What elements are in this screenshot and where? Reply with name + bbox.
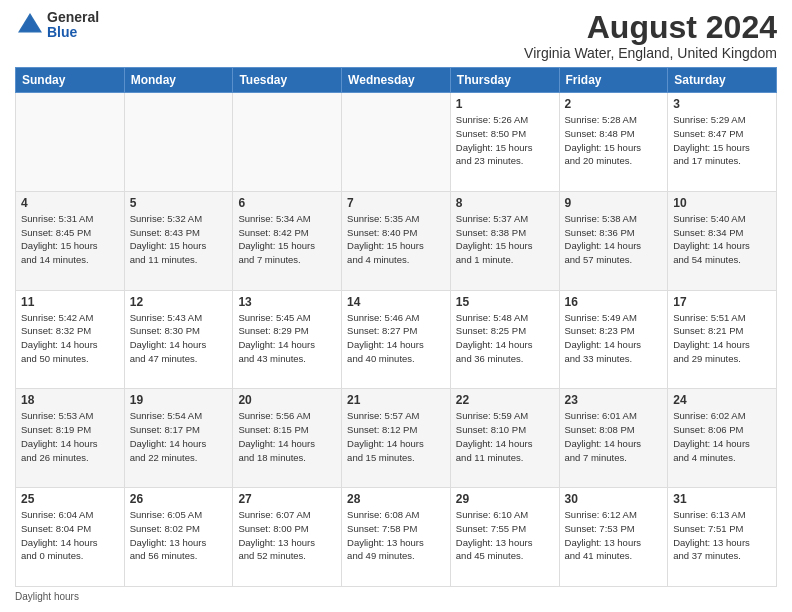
calendar-cell: 19Sunrise: 5:54 AM Sunset: 8:17 PM Dayli… (124, 389, 233, 488)
logo-general: General (47, 10, 99, 25)
title-area: August 2024 Virginia Water, England, Uni… (524, 10, 777, 61)
day-number: 6 (238, 196, 336, 210)
calendar-week-3: 11Sunrise: 5:42 AM Sunset: 8:32 PM Dayli… (16, 290, 777, 389)
day-info: Sunrise: 5:31 AM Sunset: 8:45 PM Dayligh… (21, 212, 119, 267)
page: General Blue August 2024 Virginia Water,… (0, 0, 792, 612)
calendar-week-4: 18Sunrise: 5:53 AM Sunset: 8:19 PM Dayli… (16, 389, 777, 488)
day-info: Sunrise: 5:43 AM Sunset: 8:30 PM Dayligh… (130, 311, 228, 366)
day-number: 13 (238, 295, 336, 309)
calendar-cell: 22Sunrise: 5:59 AM Sunset: 8:10 PM Dayli… (450, 389, 559, 488)
col-header-sunday: Sunday (16, 68, 125, 93)
day-number: 18 (21, 393, 119, 407)
calendar-cell: 16Sunrise: 5:49 AM Sunset: 8:23 PM Dayli… (559, 290, 668, 389)
day-info: Sunrise: 5:29 AM Sunset: 8:47 PM Dayligh… (673, 113, 771, 168)
day-info: Sunrise: 5:26 AM Sunset: 8:50 PM Dayligh… (456, 113, 554, 168)
day-info: Sunrise: 5:57 AM Sunset: 8:12 PM Dayligh… (347, 409, 445, 464)
logo: General Blue (15, 10, 99, 41)
day-info: Sunrise: 5:35 AM Sunset: 8:40 PM Dayligh… (347, 212, 445, 267)
calendar-cell: 13Sunrise: 5:45 AM Sunset: 8:29 PM Dayli… (233, 290, 342, 389)
day-number: 24 (673, 393, 771, 407)
day-info: Sunrise: 5:51 AM Sunset: 8:21 PM Dayligh… (673, 311, 771, 366)
calendar-cell: 18Sunrise: 5:53 AM Sunset: 8:19 PM Dayli… (16, 389, 125, 488)
day-number: 12 (130, 295, 228, 309)
calendar-cell: 17Sunrise: 5:51 AM Sunset: 8:21 PM Dayli… (668, 290, 777, 389)
day-info: Sunrise: 5:45 AM Sunset: 8:29 PM Dayligh… (238, 311, 336, 366)
calendar-cell: 27Sunrise: 6:07 AM Sunset: 8:00 PM Dayli… (233, 488, 342, 587)
day-info: Sunrise: 5:42 AM Sunset: 8:32 PM Dayligh… (21, 311, 119, 366)
calendar-header-row: SundayMondayTuesdayWednesdayThursdayFrid… (16, 68, 777, 93)
day-number: 20 (238, 393, 336, 407)
calendar-cell: 28Sunrise: 6:08 AM Sunset: 7:58 PM Dayli… (342, 488, 451, 587)
day-info: Sunrise: 5:40 AM Sunset: 8:34 PM Dayligh… (673, 212, 771, 267)
header: General Blue August 2024 Virginia Water,… (15, 10, 777, 61)
day-number: 27 (238, 492, 336, 506)
calendar-week-5: 25Sunrise: 6:04 AM Sunset: 8:04 PM Dayli… (16, 488, 777, 587)
calendar-cell: 9Sunrise: 5:38 AM Sunset: 8:36 PM Daylig… (559, 191, 668, 290)
calendar-cell: 1Sunrise: 5:26 AM Sunset: 8:50 PM Daylig… (450, 93, 559, 192)
day-info: Sunrise: 6:02 AM Sunset: 8:06 PM Dayligh… (673, 409, 771, 464)
day-info: Sunrise: 5:53 AM Sunset: 8:19 PM Dayligh… (21, 409, 119, 464)
calendar-cell: 6Sunrise: 5:34 AM Sunset: 8:42 PM Daylig… (233, 191, 342, 290)
day-number: 11 (21, 295, 119, 309)
day-number: 10 (673, 196, 771, 210)
day-number: 26 (130, 492, 228, 506)
calendar-cell: 25Sunrise: 6:04 AM Sunset: 8:04 PM Dayli… (16, 488, 125, 587)
day-number: 7 (347, 196, 445, 210)
day-info: Sunrise: 5:49 AM Sunset: 8:23 PM Dayligh… (565, 311, 663, 366)
location: Virginia Water, England, United Kingdom (524, 45, 777, 61)
col-header-monday: Monday (124, 68, 233, 93)
day-info: Sunrise: 6:10 AM Sunset: 7:55 PM Dayligh… (456, 508, 554, 563)
calendar-cell: 14Sunrise: 5:46 AM Sunset: 8:27 PM Dayli… (342, 290, 451, 389)
day-info: Sunrise: 5:32 AM Sunset: 8:43 PM Dayligh… (130, 212, 228, 267)
day-number: 2 (565, 97, 663, 111)
day-number: 21 (347, 393, 445, 407)
calendar-week-1: 1Sunrise: 5:26 AM Sunset: 8:50 PM Daylig… (16, 93, 777, 192)
day-info: Sunrise: 5:56 AM Sunset: 8:15 PM Dayligh… (238, 409, 336, 464)
day-number: 5 (130, 196, 228, 210)
calendar-cell (124, 93, 233, 192)
logo-blue: Blue (47, 25, 99, 40)
day-number: 1 (456, 97, 554, 111)
calendar-cell: 8Sunrise: 5:37 AM Sunset: 8:38 PM Daylig… (450, 191, 559, 290)
day-number: 31 (673, 492, 771, 506)
calendar-week-2: 4Sunrise: 5:31 AM Sunset: 8:45 PM Daylig… (16, 191, 777, 290)
day-info: Sunrise: 5:46 AM Sunset: 8:27 PM Dayligh… (347, 311, 445, 366)
calendar-cell: 4Sunrise: 5:31 AM Sunset: 8:45 PM Daylig… (16, 191, 125, 290)
day-info: Sunrise: 5:59 AM Sunset: 8:10 PM Dayligh… (456, 409, 554, 464)
calendar-cell (233, 93, 342, 192)
day-number: 14 (347, 295, 445, 309)
col-header-saturday: Saturday (668, 68, 777, 93)
calendar-cell: 7Sunrise: 5:35 AM Sunset: 8:40 PM Daylig… (342, 191, 451, 290)
day-info: Sunrise: 6:07 AM Sunset: 8:00 PM Dayligh… (238, 508, 336, 563)
calendar-cell: 20Sunrise: 5:56 AM Sunset: 8:15 PM Dayli… (233, 389, 342, 488)
day-number: 19 (130, 393, 228, 407)
month-title: August 2024 (524, 10, 777, 45)
day-info: Sunrise: 6:01 AM Sunset: 8:08 PM Dayligh… (565, 409, 663, 464)
logo-text: General Blue (47, 10, 99, 41)
day-number: 16 (565, 295, 663, 309)
day-info: Sunrise: 5:28 AM Sunset: 8:48 PM Dayligh… (565, 113, 663, 168)
day-info: Sunrise: 5:48 AM Sunset: 8:25 PM Dayligh… (456, 311, 554, 366)
day-number: 17 (673, 295, 771, 309)
day-number: 9 (565, 196, 663, 210)
calendar-cell: 21Sunrise: 5:57 AM Sunset: 8:12 PM Dayli… (342, 389, 451, 488)
day-number: 8 (456, 196, 554, 210)
calendar-cell: 11Sunrise: 5:42 AM Sunset: 8:32 PM Dayli… (16, 290, 125, 389)
day-number: 3 (673, 97, 771, 111)
day-info: Sunrise: 6:13 AM Sunset: 7:51 PM Dayligh… (673, 508, 771, 563)
day-number: 25 (21, 492, 119, 506)
calendar-cell: 24Sunrise: 6:02 AM Sunset: 8:06 PM Dayli… (668, 389, 777, 488)
calendar-cell (342, 93, 451, 192)
day-number: 28 (347, 492, 445, 506)
day-number: 30 (565, 492, 663, 506)
logo-icon (15, 10, 45, 40)
day-info: Sunrise: 6:08 AM Sunset: 7:58 PM Dayligh… (347, 508, 445, 563)
calendar-cell: 30Sunrise: 6:12 AM Sunset: 7:53 PM Dayli… (559, 488, 668, 587)
day-info: Sunrise: 5:38 AM Sunset: 8:36 PM Dayligh… (565, 212, 663, 267)
day-info: Sunrise: 5:54 AM Sunset: 8:17 PM Dayligh… (130, 409, 228, 464)
col-header-tuesday: Tuesday (233, 68, 342, 93)
col-header-thursday: Thursday (450, 68, 559, 93)
calendar-cell: 29Sunrise: 6:10 AM Sunset: 7:55 PM Dayli… (450, 488, 559, 587)
calendar-cell: 31Sunrise: 6:13 AM Sunset: 7:51 PM Dayli… (668, 488, 777, 587)
day-number: 4 (21, 196, 119, 210)
